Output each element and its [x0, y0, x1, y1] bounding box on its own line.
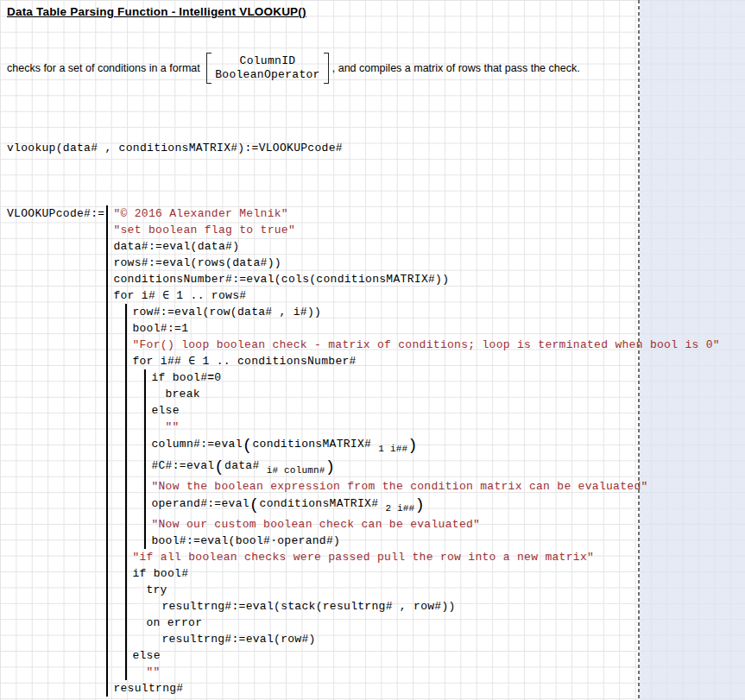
open-paren: ( — [249, 495, 260, 514]
program-block: "© 2016 Alexander Melnik" "set boolean f… — [106, 205, 720, 697]
code-line-pull-comment: "if all boolean checks were passed pull … — [132, 549, 720, 565]
close-paren: ) — [407, 436, 418, 455]
matrix-row-booleanoperator: BooleanOperator — [215, 68, 320, 82]
code-line-row-eval: row#:=eval(row(data# , i#)) — [132, 304, 720, 320]
code-line-try: try — [132, 582, 720, 598]
vlookupcode-program[interactable]: VLOOKUPcode#:= "© 2016 Alexander Melnik"… — [7, 205, 720, 697]
open-paren: ( — [243, 436, 253, 455]
description-suffix: , and compiles a matrix of rows that pas… — [332, 62, 580, 74]
code-line-result-stack: resultrng#:=eval(stack(resultrng# , row#… — [132, 598, 720, 615]
vlookup-definition[interactable]: vlookup(data# , conditionsMATRIX#):=VLOO… — [7, 142, 343, 155]
matrix-subscript: 2 i## — [385, 503, 414, 514]
code-line-cond-number: conditionsNumber#:=eval(cols(conditionsM… — [113, 271, 720, 287]
code-line-for-outer: for i# ∈ 1 .. rows# — [113, 287, 720, 304]
code-line-set-flag: "set boolean flag to true" — [113, 222, 720, 238]
worksheet: Data Table Parsing Function - Intelligen… — [0, 0, 745, 700]
code-line-expr-comment: "Now the boolean expression from the con… — [151, 478, 720, 495]
description-prefix: checks for a set of conditions in a form… — [7, 62, 203, 74]
code-line-else2: else — [132, 647, 720, 664]
for-outer-block: row#:=eval(row(data# , i#)) bool#:=1 "Fo… — [125, 304, 720, 680]
open-paren: ( — [214, 457, 224, 476]
code-line-bool-eval: bool#:=eval(bool#·operand#) — [151, 533, 720, 549]
code-line-if-zero: if bool#=0 — [151, 369, 720, 386]
matrix-row-columnid: ColumnID — [240, 54, 296, 68]
matrix-subscript: i# column# — [267, 465, 325, 476]
matrix-subscript: 1 i## — [378, 444, 407, 454]
code-line-for-comment: "For() loop boolean check - matrix of co… — [132, 337, 720, 353]
code-line-for-inner: for i## ∈ 1 .. conditionsNumber# — [132, 353, 720, 369]
condition-format-matrix: ColumnID BooleanOperator — [206, 53, 329, 84]
page-title[interactable]: Data Table Parsing Function - Intelligen… — [7, 5, 306, 18]
code-line-empty-string: "" — [151, 419, 720, 435]
code-line-cell: #C#:=eval(data# i# column#) — [151, 457, 720, 478]
code-line-if-bool: if bool# — [132, 565, 720, 582]
close-paren: ) — [325, 457, 336, 476]
close-paren: ) — [414, 495, 425, 514]
code-line-else: else — [151, 402, 720, 419]
code-line-column: column#:=eval(conditionsMATRIX# 1 i##) — [151, 435, 720, 457]
description-region[interactable]: checks for a set of conditions in a form… — [7, 48, 580, 88]
code-line-on-error: on error — [132, 615, 720, 631]
code-line-operand: operand#:=eval(conditionsMATRIX# 2 i##) — [151, 495, 720, 516]
code-line-data-eval: data#:=eval(data#) — [113, 238, 720, 255]
code-line-result-row: resultrng#:=eval(row#) — [132, 631, 720, 647]
code-line-bool-init: bool#:=1 — [132, 320, 720, 337]
code-line-result-out: resultrng# — [113, 680, 720, 697]
code-line-break: break — [151, 386, 720, 402]
code-line-rows-eval: rows#:=eval(rows(data#)) — [113, 255, 720, 271]
for-inner-block: if bool#=0 break else "" column#:=eval(c… — [144, 369, 720, 549]
matrix-right-bracket — [324, 53, 329, 84]
program-label: VLOOKUPcode#:= — [7, 205, 104, 222]
code-line-empty-string2: "" — [132, 664, 720, 680]
code-line-custom-comment: "Now our custom boolean check can be eva… — [151, 516, 720, 533]
code-line-copyright: "© 2016 Alexander Melnik" — [113, 205, 720, 222]
